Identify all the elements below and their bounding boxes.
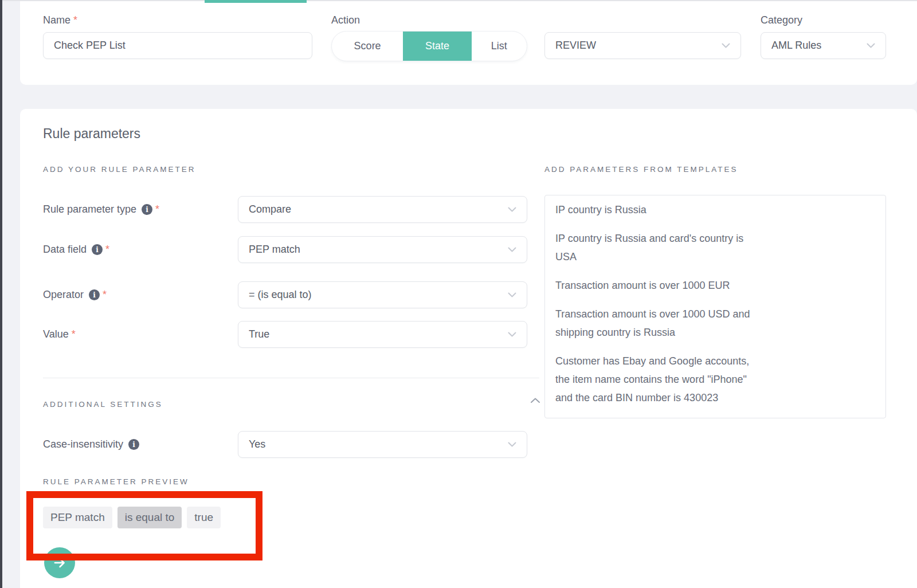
case-insensitivity-label: Case-insensitivity i bbox=[43, 431, 139, 458]
field-select[interactable]: Compare bbox=[238, 196, 527, 223]
rule-parameters-title: Rule parameters bbox=[43, 126, 140, 142]
review-state-select[interactable]: REVIEW bbox=[544, 32, 741, 59]
field-label-text: Operator bbox=[43, 289, 84, 301]
field-label-text: Rule parameter type bbox=[43, 203, 136, 215]
category-label: Category bbox=[761, 14, 802, 26]
field-label-text: Value bbox=[43, 328, 69, 340]
template-item[interactable]: Customer has Ebay and Google accounts,th… bbox=[555, 352, 875, 407]
rule-parameter-preview-label: RULE PARAMETER PREVIEW bbox=[43, 477, 189, 486]
field-select[interactable]: = (is equal to) bbox=[238, 281, 527, 308]
preview-chip: is equal to bbox=[117, 507, 182, 528]
rule-parameter-preview: PEP match is equal to true bbox=[43, 507, 221, 528]
template-item[interactable]: Transaction amount is over 1000 EUR bbox=[555, 276, 875, 295]
collapse-section-button[interactable] bbox=[530, 397, 540, 404]
chevron-down-icon bbox=[508, 207, 516, 213]
preview-chip: true bbox=[187, 507, 221, 528]
field-row: Data field i * PEP match bbox=[43, 236, 527, 263]
required-asterisk: * bbox=[155, 203, 159, 215]
case-insensitivity-select[interactable]: Yes bbox=[238, 431, 527, 458]
field-row: Value * True bbox=[43, 321, 527, 348]
section-divider bbox=[43, 378, 539, 378]
chevron-down-icon bbox=[508, 442, 516, 448]
chevron-down-icon bbox=[508, 247, 516, 253]
field-label: Value * bbox=[43, 321, 76, 348]
submit-parameter-button[interactable] bbox=[44, 547, 75, 578]
required-asterisk: * bbox=[73, 14, 77, 26]
action-segment-button[interactable]: State bbox=[403, 32, 471, 61]
arrow-right-icon bbox=[52, 555, 67, 570]
review-state-value: REVIEW bbox=[555, 40, 716, 52]
category-select[interactable]: AML Rules bbox=[761, 32, 886, 59]
name-label: Name* bbox=[43, 14, 77, 26]
action-segmented-control: Score State List bbox=[331, 31, 527, 61]
info-icon[interactable]: i bbox=[128, 439, 139, 450]
field-select-value: = (is equal to) bbox=[249, 289, 502, 301]
info-icon[interactable]: i bbox=[92, 244, 103, 255]
field-row: Rule parameter type i * Compare bbox=[43, 196, 527, 223]
field-select[interactable]: PEP match bbox=[238, 236, 527, 263]
window-left-border bbox=[0, 0, 2, 588]
chevron-down-icon bbox=[867, 43, 875, 49]
field-label: Operator i * bbox=[43, 281, 107, 308]
action-label: Action bbox=[331, 14, 360, 26]
case-insensitivity-label-text: Case-insensitivity bbox=[43, 438, 123, 450]
preview-chip: PEP match bbox=[43, 507, 112, 528]
required-asterisk: * bbox=[72, 328, 76, 340]
field-label: Data field i * bbox=[43, 236, 109, 263]
field-label: Rule parameter type i * bbox=[43, 196, 159, 223]
template-item[interactable]: IP country is Russia and card's country … bbox=[555, 229, 875, 266]
name-input[interactable] bbox=[43, 32, 312, 59]
template-item[interactable]: IP country is Russia bbox=[555, 201, 875, 219]
action-segment-button[interactable]: List bbox=[472, 32, 527, 61]
required-asterisk: * bbox=[103, 289, 107, 301]
field-label-text: Data field bbox=[43, 244, 87, 256]
case-insensitivity-value: Yes bbox=[249, 438, 502, 450]
tab-bar-bottom-border bbox=[2, 0, 917, 1]
field-select[interactable]: True bbox=[238, 321, 527, 348]
template-item[interactable]: Transaction amount is over 1000 USD ands… bbox=[555, 305, 875, 342]
field-select-value: PEP match bbox=[249, 244, 502, 256]
active-tab-indicator bbox=[205, 0, 307, 3]
action-segment-button[interactable]: Score bbox=[332, 32, 403, 61]
category-value: AML Rules bbox=[771, 40, 861, 52]
chevron-down-icon bbox=[508, 292, 516, 298]
required-asterisk: * bbox=[105, 244, 109, 256]
chevron-down-icon bbox=[722, 43, 730, 49]
name-label-text: Name bbox=[43, 14, 70, 26]
field-select-value: Compare bbox=[249, 203, 502, 215]
parameter-templates-panel: IP country is Russia IP country is Russi… bbox=[544, 195, 886, 418]
info-icon[interactable]: i bbox=[142, 204, 152, 215]
info-icon[interactable]: i bbox=[89, 289, 100, 300]
rule-editor-page: Name* Action Score State List REVIEW Cat… bbox=[0, 0, 917, 588]
field-row: Operator i * = (is equal to) bbox=[43, 281, 527, 308]
additional-settings-label: ADDITIONAL SETTINGS bbox=[43, 400, 163, 409]
add-your-rule-parameter-label: ADD YOUR RULE PARAMETER bbox=[43, 165, 196, 174]
add-parameters-from-templates-label: ADD PARAMETERS FROM TEMPLATES bbox=[544, 165, 738, 174]
field-select-value: True bbox=[249, 328, 502, 340]
chevron-down-icon bbox=[508, 332, 516, 338]
